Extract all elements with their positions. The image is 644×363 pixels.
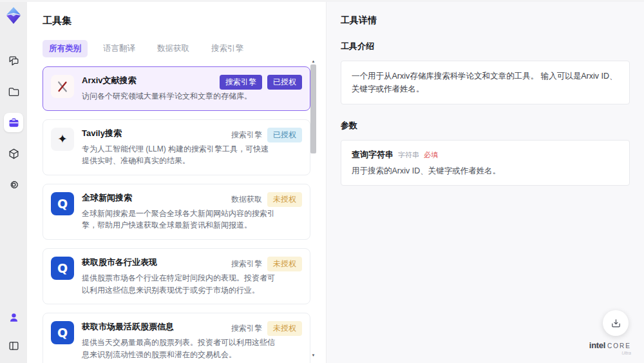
tool-card[interactable]: ✦ Tavily搜索 专为人工智能代理 (LLM) 构建的搜索引擎工具，可快速提… bbox=[43, 119, 310, 175]
left-rail bbox=[0, 0, 27, 363]
intel-core-logo: intel core Ultra bbox=[589, 341, 631, 355]
category-tab[interactable]: 数据获取 bbox=[151, 40, 196, 57]
category-tab[interactable]: 语言翻译 bbox=[97, 40, 142, 57]
param-required-badge: 必填 bbox=[424, 150, 438, 160]
tool-auth-badge: 已授权 bbox=[267, 75, 302, 90]
intro-box: 一个用于从Arxiv存储库搜索科学论文和文章的工具。 输入可以是Arxiv ID… bbox=[341, 61, 630, 104]
intro-heading: 工具介绍 bbox=[341, 41, 630, 52]
param-desc: 用于搜索的Arxiv ID、关键字或作者姓名。 bbox=[352, 166, 619, 177]
arxiv-icon bbox=[51, 75, 74, 98]
category-tabs: 所有类别语言翻译数据获取搜索引擎 bbox=[43, 40, 310, 57]
package-icon[interactable] bbox=[4, 144, 23, 163]
param-type: 字符串 bbox=[398, 150, 419, 160]
rail-bottom bbox=[4, 308, 23, 355]
brand-intel-text: intel bbox=[589, 341, 605, 349]
scrollbar-up-arrow[interactable]: ▲ bbox=[310, 59, 316, 64]
user-icon[interactable] bbox=[4, 308, 23, 327]
scrollbar-thumb[interactable] bbox=[310, 64, 316, 153]
tool-card[interactable]: Q 全球新闻搜索 全球新闻搜索是一个聚合全球各大新闻网站内容的搜索引擎，帮助用户… bbox=[43, 184, 310, 240]
detail-panel: 工具详情 工具介绍 一个用于从Arxiv存储库搜索科学论文和文章的工具。 输入可… bbox=[326, 2, 644, 363]
download-button[interactable] bbox=[603, 310, 629, 336]
tool-card[interactable]: Q 获取股市各行业表现 提供股票市场各个行业在特定时间段内的表现。投资者可以利用… bbox=[43, 248, 310, 304]
category-tab[interactable]: 搜索引擎 bbox=[205, 40, 250, 57]
tool-desc: 专为人工智能代理 (LLM) 构建的搜索引擎工具，可快速提供实时、准确和真实的结… bbox=[82, 143, 275, 167]
app-logo bbox=[4, 6, 23, 25]
detail-title: 工具详情 bbox=[341, 15, 630, 26]
category-tab[interactable]: 所有类别 bbox=[43, 40, 88, 57]
tool-card[interactable]: Q 获取市场最活跃股票信息 提供当天交易量最高的股票列表。投资者可以利用这些信息… bbox=[43, 313, 310, 363]
tool-desc: 全球新闻搜索是一个聚合全球各大新闻网站内容的搜索引擎，帮助用户快速获取全球最新资… bbox=[82, 208, 275, 231]
tool-auth-badge: 已授权 bbox=[267, 128, 302, 142]
tool-category-badge: 搜索引擎 bbox=[220, 75, 262, 90]
param-name: 查询字符串 bbox=[352, 149, 393, 161]
window-top-edge bbox=[0, 0, 644, 2]
page-title: 工具集 bbox=[43, 15, 310, 27]
download-icon bbox=[611, 318, 621, 329]
rail-nav bbox=[4, 51, 23, 194]
tool-category-badge: 搜索引擎 bbox=[231, 323, 262, 334]
tool-desc: 访问各个研究领域大量科学论文和文章的存储库。 bbox=[82, 90, 269, 103]
scrollbar-down-arrow[interactable]: ▼ bbox=[310, 353, 316, 358]
settings-icon[interactable] bbox=[4, 175, 23, 194]
tool-category-badge: 搜索引擎 bbox=[231, 130, 262, 141]
tool-auth-badge: 未授权 bbox=[267, 321, 302, 336]
scrollbar: ▲ ▼ bbox=[310, 59, 316, 358]
brand-sub-text: Ultra bbox=[589, 351, 631, 355]
tool-category-badge: 搜索引擎 bbox=[231, 259, 262, 270]
tool-desc: 提供股票市场各个行业在特定时间段内的表现。投资者可以利用这些信息来识别表现优于或… bbox=[82, 272, 275, 296]
chat-icon[interactable] bbox=[4, 51, 23, 70]
qblue-icon: Q bbox=[51, 321, 74, 344]
tool-list: Arxiv文献搜索 访问各个研究领域大量科学论文和文章的存储库。 搜索引擎 已授… bbox=[43, 66, 310, 363]
folder-icon[interactable] bbox=[4, 82, 23, 101]
tool-auth-badge: 未授权 bbox=[267, 192, 302, 207]
tool-card[interactable]: Arxiv文献搜索 访问各个研究领域大量科学论文和文章的存储库。 搜索引擎 已授… bbox=[43, 66, 310, 111]
tool-auth-badge: 未授权 bbox=[267, 257, 302, 271]
tool-category-badge: 数据获取 bbox=[231, 194, 262, 205]
param-box: 查询字符串 字符串 必填 用于搜索的Arxiv ID、关键字或作者姓名。 bbox=[341, 140, 630, 186]
tools-panel: 工具集 所有类别语言翻译数据获取搜索引擎 Arxiv文献搜索 访问各个研究领域大… bbox=[27, 2, 326, 363]
qblue-icon: Q bbox=[51, 192, 74, 215]
sparkle-icon: ✦ bbox=[51, 128, 74, 151]
toolbox-icon[interactable] bbox=[4, 113, 23, 132]
brand-core-text: core bbox=[607, 343, 631, 349]
params-heading: 参数 bbox=[341, 120, 630, 132]
layout-panel-icon[interactable] bbox=[4, 336, 23, 355]
qblue-icon: Q bbox=[51, 257, 74, 280]
tool-desc: 提供当天交易量最高的股票列表。投资者可以利用这些信息来识别流动性强的股票和潜在的… bbox=[82, 337, 275, 360]
